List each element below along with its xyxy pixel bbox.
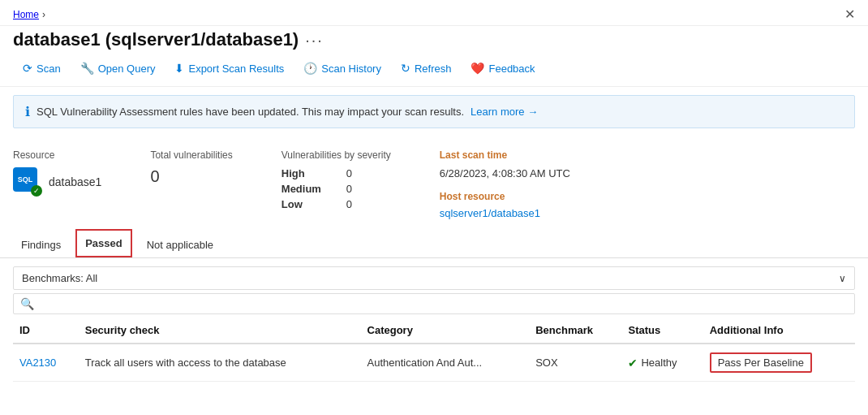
col-benchmark: Benchmark xyxy=(529,318,621,344)
tab-passed[interactable]: Passed xyxy=(75,229,132,257)
close-button[interactable]: ✕ xyxy=(844,6,855,22)
id-link[interactable]: VA2130 xyxy=(19,357,56,369)
high-label: High xyxy=(281,167,330,179)
banner-text: SQL Vulnerability Assessment rules have … xyxy=(37,106,464,118)
cell-status: ✔ Healthy xyxy=(621,344,703,382)
filter-bar[interactable]: Benchmarks: All ∨ xyxy=(13,266,855,290)
table-header-row: ID Security check Category Benchmark Sta… xyxy=(13,318,855,344)
scan-button[interactable]: ⟳ Scan xyxy=(13,57,71,80)
high-severity-row: High 0 xyxy=(281,167,391,179)
stats-section: Resource SQL ✓ database1 Total vulnerabi… xyxy=(0,136,868,229)
severity-table: High 0 Medium 0 Low 0 xyxy=(281,167,391,210)
table-body: VA2130 Track all users with access to th… xyxy=(13,344,855,382)
feedback-icon: ❤️ xyxy=(471,62,484,75)
scan-icon: ⟳ xyxy=(23,62,32,75)
info-icon: ℹ xyxy=(25,104,30,119)
results-table: ID Security check Category Benchmark Sta… xyxy=(13,318,855,382)
filter-label: Benchmarks: All xyxy=(22,272,97,284)
resource-group: Resource SQL ✓ database1 xyxy=(13,149,101,219)
refresh-icon: ↻ xyxy=(401,62,410,75)
cell-category: Authentication And Aut... xyxy=(361,344,530,382)
severity-group: Vulnerabilities by severity High 0 Mediu… xyxy=(281,149,391,219)
pass-per-baseline-badge: Pass Per Baseline xyxy=(710,352,812,373)
col-security-check: Security check xyxy=(79,318,361,344)
col-id: ID xyxy=(13,318,79,344)
scan-history-button[interactable]: 🕐 Scan History xyxy=(294,57,391,80)
col-status: Status xyxy=(621,318,703,344)
top-bar: Home › ✕ xyxy=(0,0,868,26)
low-severity-row: Low 0 xyxy=(281,198,391,210)
search-bar[interactable]: 🔍 xyxy=(13,293,855,314)
last-scan-label: Last scan time xyxy=(440,149,570,161)
medium-value: 0 xyxy=(346,183,352,195)
medium-label: Medium xyxy=(281,183,330,195)
open-query-button[interactable]: 🔧 Open Query xyxy=(71,57,165,80)
feedback-button[interactable]: ❤️ Feedback xyxy=(461,57,544,80)
tab-not-applicable[interactable]: Not applicable xyxy=(139,232,221,257)
resource-label: Resource xyxy=(13,149,101,161)
total-vuln-value: 0 xyxy=(150,167,232,186)
tabs-section: Findings Passed Not applicable xyxy=(0,229,868,258)
home-link[interactable]: Home xyxy=(13,9,39,20)
info-banner: ℹ SQL Vulnerability Assessment rules hav… xyxy=(13,95,855,128)
severity-label: Vulnerabilities by severity xyxy=(281,149,391,161)
host-resource-link[interactable]: sqlserver1/database1 xyxy=(440,207,570,219)
col-category: Category xyxy=(361,318,530,344)
table-row: VA2130 Track all users with access to th… xyxy=(13,344,855,382)
col-additional-info: Additional Info xyxy=(703,318,855,344)
history-icon: 🕐 xyxy=(303,62,317,75)
breadcrumb-arrow: › xyxy=(42,9,45,20)
cell-benchmark: SOX xyxy=(529,344,621,382)
export-icon: ⬇ xyxy=(174,62,184,75)
medium-severity-row: Medium 0 xyxy=(281,183,391,195)
last-scan-group: Last scan time 6/28/2023, 4:08:30 AM UTC… xyxy=(440,149,570,219)
title-bar: database1 (sqlserver1/database1) ··· xyxy=(0,26,868,57)
more-options-button[interactable]: ··· xyxy=(305,31,324,50)
breadcrumb: Home › xyxy=(13,9,45,20)
low-value: 0 xyxy=(346,198,352,210)
healthy-icon: ✔ xyxy=(628,357,638,370)
table-container: ID Security check Category Benchmark Sta… xyxy=(13,318,855,382)
cell-security-check: Track all users with access to the datab… xyxy=(79,344,361,382)
page-title: database1 (sqlserver1/database1) xyxy=(13,29,299,50)
resource-row: SQL ✓ database1 xyxy=(13,167,101,197)
query-icon: 🔧 xyxy=(80,62,94,75)
host-label: Host resource xyxy=(440,191,570,202)
total-vulnerabilities-group: Total vulnerabilities 0 xyxy=(150,149,232,219)
chevron-down-icon: ∨ xyxy=(839,273,846,284)
search-input[interactable] xyxy=(37,298,848,310)
learn-more-link[interactable]: Learn more → xyxy=(471,106,538,118)
search-icon: 🔍 xyxy=(20,297,34,310)
high-value: 0 xyxy=(346,167,352,179)
last-scan-time: 6/28/2023, 4:08:30 AM UTC xyxy=(440,167,570,179)
sql-database-icon: SQL ✓ xyxy=(13,167,42,197)
tab-findings[interactable]: Findings xyxy=(13,232,69,257)
status-text: Healthy xyxy=(641,357,677,369)
toolbar: ⟳ Scan 🔧 Open Query ⬇ Export Scan Result… xyxy=(0,57,868,87)
cell-id: VA2130 xyxy=(13,344,79,382)
export-scan-results-button[interactable]: ⬇ Export Scan Results xyxy=(165,57,294,80)
resource-name: database1 xyxy=(49,175,101,188)
refresh-button[interactable]: ↻ Refresh xyxy=(391,57,462,80)
total-vuln-label: Total vulnerabilities xyxy=(150,149,232,161)
low-label: Low xyxy=(281,198,330,210)
cell-additional-info: Pass Per Baseline xyxy=(703,344,855,382)
